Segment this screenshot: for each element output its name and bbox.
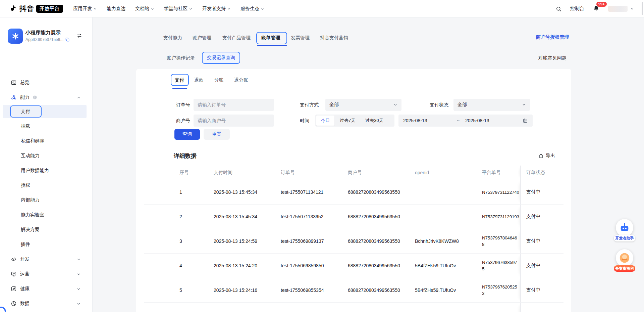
sidebar-item-operation[interactable]: 运营 xyxy=(0,267,93,281)
chevron-up-icon xyxy=(76,95,81,100)
sidebar-item-label: 授权 xyxy=(21,182,30,188)
sidebar-item-health[interactable]: 健康 xyxy=(0,282,93,296)
sidebar-item-mount[interactable]: 挂载 xyxy=(0,120,93,133)
cell-order-status: 支付中 xyxy=(520,254,564,278)
search-icon[interactable] xyxy=(556,6,561,12)
active-panel-tab-underline xyxy=(172,88,187,89)
pay-method-select[interactable]: 全部 xyxy=(325,99,401,111)
cell-openid: 5B4fZHs59.TUfuOv xyxy=(415,263,482,268)
record-benefit-label[interactable]: 备案赢福利 xyxy=(614,265,635,272)
merchant-auth-link[interactable]: 商户号授权管理 xyxy=(536,34,571,40)
chevron-down-icon xyxy=(151,7,154,11)
nav-item-academy[interactable]: 学堂与社区 xyxy=(164,6,193,12)
cell-openid: BchnhJrivK8KWZW8 xyxy=(415,238,482,244)
chevron-down-icon xyxy=(76,272,81,276)
developer-assistant-label[interactable]: 开发者助手 xyxy=(614,235,635,241)
pay-status-select[interactable]: 全部 xyxy=(453,99,530,111)
tab-pay-capability[interactable]: 支付能力 xyxy=(163,35,182,41)
cell-platform-no: N75379676385975 xyxy=(482,259,520,272)
export-button[interactable]: 导出 xyxy=(538,153,555,159)
developer-assistant-bubble[interactable] xyxy=(616,219,633,236)
sidebar-item-label: 解决方案 xyxy=(21,227,40,233)
sidebar-item-internal[interactable]: 内部能力 xyxy=(0,193,93,207)
subtab-account-operation-records[interactable]: 账户操作记录 xyxy=(167,55,195,61)
sidebar-item-authorization[interactable]: 授权 xyxy=(0,179,93,192)
sidebar-item-interaction[interactable]: 互动能力 xyxy=(0,149,93,163)
pay-status-label: 支付状态 xyxy=(430,99,448,111)
code-icon xyxy=(11,256,17,262)
nav-item-app-dev[interactable]: 应用开发 xyxy=(73,6,97,12)
table-row: 6 68882720803499563550 支付中 xyxy=(144,302,564,312)
sidebar-item-pay[interactable]: 支付 xyxy=(0,105,93,118)
cell-order-no: test-1755069855354 xyxy=(281,287,348,293)
table-row: 3 2025-08-13 15:24:59 test-1755069899137… xyxy=(144,229,564,253)
table-header-row: 序号 支付时间 订单号 商户号 openid 平台单号 订单状态 xyxy=(144,166,564,180)
sidebar-item-overview[interactable]: 总览 xyxy=(0,76,93,89)
spark-icon xyxy=(11,32,20,41)
cell-order-status: 支付中 xyxy=(520,180,564,204)
tab-pay-product-management[interactable]: 支付产品管理 xyxy=(222,35,251,41)
mascot-icon xyxy=(618,252,631,264)
active-tab-underline xyxy=(257,45,287,46)
cell-platform-no: N75379676205253 xyxy=(482,284,520,297)
panel-tab-split[interactable]: 分账 xyxy=(214,77,224,83)
sidebar-item-user-data[interactable]: 用户数据能力 xyxy=(0,164,93,177)
sidebar-item-message-group[interactable]: 私信和群聊 xyxy=(0,134,93,148)
notifications-button[interactable]: 99+ xyxy=(593,5,599,12)
sidebar-item-plugins[interactable]: 插件 xyxy=(0,238,93,251)
tab-bill-management[interactable]: 账单管理 xyxy=(261,35,280,41)
sidebar-item-label: 挂载 xyxy=(21,123,30,129)
sidebar-item-label: 开发 xyxy=(20,256,30,262)
subtab-transaction-query[interactable]: 交易记录查询 xyxy=(202,52,240,64)
query-button[interactable]: 查询 xyxy=(174,129,200,140)
record-benefit-bubble[interactable] xyxy=(616,249,633,267)
panel-tab-refund-split[interactable]: 退分账 xyxy=(234,77,248,83)
tab-account-management[interactable]: 账户管理 xyxy=(193,35,211,41)
music-note-icon xyxy=(9,4,17,13)
date-range-picker[interactable]: 2025-08-13 ~ 2025-08-13 xyxy=(398,115,533,127)
col-platform-no: 平台单号 xyxy=(482,170,520,176)
sidebar-item-develop[interactable]: 开发 xyxy=(0,253,93,266)
time-option-past-7-days[interactable]: 过去7天 xyxy=(335,116,360,126)
date-start-value: 2025-08-13 xyxy=(403,118,457,123)
sidebar-item-capability[interactable]: 能力 xyxy=(0,91,93,104)
cell-order-no: test-1755069859850 xyxy=(281,263,348,268)
sidebar-item-label: 支付 xyxy=(21,108,30,115)
merchant-no-input[interactable] xyxy=(194,115,274,127)
reconciliation-faq-link[interactable]: 对账常见问题 xyxy=(538,55,567,61)
nav-item-docs[interactable]: 文档站 xyxy=(135,6,154,12)
cell-merchant-no: 68882720803499563550 xyxy=(348,263,406,269)
sidebar-item-label: 运营 xyxy=(20,271,30,277)
nav-item-dev-support[interactable]: 开发者支持 xyxy=(202,6,231,12)
account-menu[interactable] xyxy=(608,6,634,12)
console-link[interactable]: 控制台 xyxy=(570,6,584,12)
cell-order-no: test-1755069899137 xyxy=(281,238,348,244)
sidebar-item-data[interactable]: 数据 xyxy=(0,297,93,310)
nav-item-capability-direct[interactable]: 能力直达 xyxy=(107,6,125,12)
cell-order-status: 支付中 xyxy=(520,278,564,302)
panel-tab-pay[interactable]: 支付 xyxy=(175,77,184,83)
tab-douyin-pay-marketing[interactable]: 抖音支付营销 xyxy=(320,35,348,41)
calendar-icon xyxy=(523,118,528,123)
col-openid: openid xyxy=(415,170,482,175)
copy-icon[interactable] xyxy=(65,37,70,42)
order-no-input[interactable] xyxy=(194,99,274,111)
app-id: AppID:tt07e3715e9... xyxy=(25,37,70,42)
nav-item-ecosystem[interactable]: 服务生态 xyxy=(240,6,264,12)
tab-invoice-management[interactable]: 发票管理 xyxy=(291,35,310,41)
pay-method-label: 支付方式 xyxy=(300,99,319,111)
cell-merchant-no: 68882720803499563550 xyxy=(348,214,406,220)
pay-method-value: 全部 xyxy=(329,102,339,108)
switch-app-icon[interactable] xyxy=(76,33,82,40)
sidebar-item-solutions[interactable]: 解决方案 xyxy=(0,223,93,236)
chevron-down-icon xyxy=(522,103,526,107)
page-scrollbar[interactable] xyxy=(642,2,643,15)
reset-button[interactable]: 重置 xyxy=(204,129,230,140)
douyin-logo[interactable]: 抖音 开放平台 xyxy=(9,0,63,17)
sidebar-item-lab[interactable]: 能力实验室 xyxy=(0,208,93,222)
cell-seq: 1 xyxy=(179,189,214,195)
panel-tab-refund[interactable]: 退款 xyxy=(194,77,204,83)
time-option-today[interactable]: 今日 xyxy=(316,116,334,126)
col-seq: 序号 xyxy=(179,170,214,176)
time-option-past-30-days[interactable]: 过去30天 xyxy=(361,116,388,126)
